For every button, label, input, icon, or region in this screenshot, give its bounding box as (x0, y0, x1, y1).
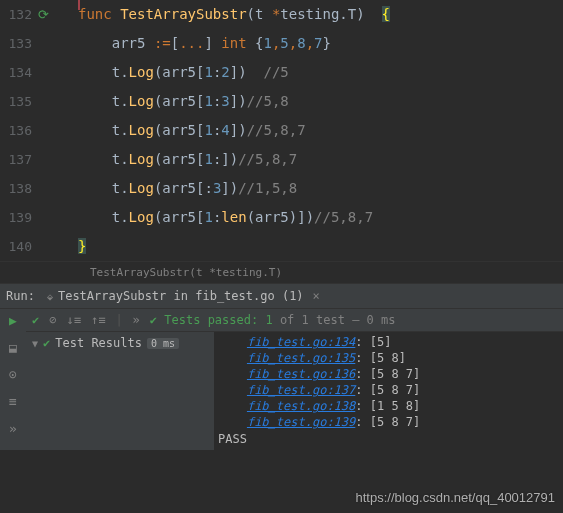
line-number[interactable]: 136 (0, 116, 38, 145)
line-number[interactable]: 132 (0, 0, 38, 29)
file-link[interactable]: fib_test.go:139 (247, 415, 355, 429)
line-number[interactable]: 133 (0, 29, 38, 58)
code-content[interactable]: t.Log(arr5[1:])//5,8,7 (78, 145, 563, 174)
output-line: fib_test.go:136: [5 8 7] (214, 366, 563, 382)
output-line: fib_test.go:137: [5 8 7] (214, 382, 563, 398)
run-tab[interactable]: ⬙ TestArraySubstr in fib_test.go (1) × (41, 287, 326, 305)
tree-time-badge: 0 ms (147, 338, 179, 349)
show-ignored-icon[interactable]: ⊘ (49, 313, 56, 327)
code-line[interactable]: 133 arr5 :=[...] int {1,5,8,7} (0, 29, 563, 58)
code-content[interactable]: } (78, 232, 563, 261)
code-line[interactable]: 139 t.Log(arr5[1:len(arr5)])//5,8,7 (0, 203, 563, 232)
separator: | (115, 313, 122, 327)
chevron-down-icon[interactable]: ▼ (32, 338, 38, 349)
code-editor[interactable]: 132⟳func TestArraySubstr(t *testing.T) {… (0, 0, 563, 261)
code-content[interactable]: t.Log(arr5[:3])//1,5,8 (78, 174, 563, 203)
run-content: ✔ ⊘ ↓≡ ↑≡ | » ✔ Tests passed: 1 of 1 tes… (26, 309, 563, 450)
run-header: Run: ⬙ TestArraySubstr in fib_test.go (1… (0, 284, 563, 309)
line-number[interactable]: 138 (0, 174, 38, 203)
breadcrumb[interactable]: TestArraySubstr(t *testing.T) (0, 261, 563, 283)
more-icon[interactable]: ≡ (9, 394, 17, 409)
pin-icon[interactable]: ⊙ (9, 367, 17, 382)
show-passed-icon[interactable]: ✔ (32, 313, 39, 327)
code-content[interactable]: arr5 :=[...] int {1,5,8,7} (78, 29, 563, 58)
output-line: fib_test.go:134: [5] (214, 334, 563, 350)
test-toolbar: ✔ ⊘ ↓≡ ↑≡ | » ✔ Tests passed: 1 of 1 tes… (26, 309, 563, 332)
code-content[interactable]: func TestArraySubstr(t *testing.T) { (78, 0, 563, 29)
test-tree[interactable]: ▼ ✔ Test Results 0 ms (26, 332, 214, 450)
file-link[interactable]: fib_test.go:137 (247, 383, 355, 397)
code-line[interactable]: 135 t.Log(arr5[1:3])//5,8 (0, 87, 563, 116)
file-link[interactable]: fib_test.go:136 (247, 367, 355, 381)
pass-label: PASS (214, 430, 563, 448)
run-body: ▶ ⬓ ⊙ ≡ » ✔ ⊘ ↓≡ ↑≡ | » ✔ Tests passed: … (0, 309, 563, 450)
output-line: fib_test.go:135: [5 8] (214, 350, 563, 366)
tests-passed-label: ✔ Tests passed: 1 of 1 test – 0 ms (150, 313, 396, 327)
code-line[interactable]: 140} (0, 232, 563, 261)
expand-icon[interactable]: » (9, 421, 17, 436)
run-panel: Run: ⬙ TestArraySubstr in fib_test.go (1… (0, 283, 563, 450)
line-number[interactable]: 137 (0, 145, 38, 174)
code-line[interactable]: 138 t.Log(arr5[:3])//1,5,8 (0, 174, 563, 203)
results-row: ▼ ✔ Test Results 0 ms fib_test.go:134: [… (26, 332, 563, 450)
code-content[interactable]: t.Log(arr5[1:len(arr5)])//5,8,7 (78, 203, 563, 232)
test-output[interactable]: fib_test.go:134: [5] fib_test.go:135: [5… (214, 332, 563, 450)
collapse-icon[interactable]: ↑≡ (91, 313, 105, 327)
run-label: Run: (6, 289, 35, 303)
code-content[interactable]: t.Log(arr5[1:4])//5,8,7 (78, 116, 563, 145)
line-number[interactable]: 140 (0, 232, 38, 261)
output-line: fib_test.go:138: [1 5 8] (214, 398, 563, 414)
run-toolbar-vertical: ▶ ⬓ ⊙ ≡ » (0, 309, 26, 450)
run-test-icon[interactable]: ⟳ (38, 0, 49, 29)
run-tab-label: TestArraySubstr in fib_test.go (1) (58, 289, 304, 303)
rerun-icon[interactable]: ▶ (9, 313, 17, 328)
line-number[interactable]: 139 (0, 203, 38, 232)
code-line[interactable]: 137 t.Log(arr5[1:])//5,8,7 (0, 145, 563, 174)
test-tree-root[interactable]: ▼ ✔ Test Results 0 ms (32, 336, 208, 350)
code-line[interactable]: 134 t.Log(arr5[1:2]) //5 (0, 58, 563, 87)
code-content[interactable]: t.Log(arr5[1:3])//5,8 (78, 87, 563, 116)
watermark: https://blog.csdn.net/qq_40012791 (356, 490, 556, 505)
test-config-icon: ⬙ (47, 291, 53, 302)
code-content[interactable]: t.Log(arr5[1:2]) //5 (78, 58, 563, 87)
file-link[interactable]: fib_test.go:134 (247, 335, 355, 349)
modified-indicator (78, 0, 80, 10)
gutter: ⟳ (38, 0, 78, 29)
expand-toolbar-icon[interactable]: » (133, 313, 140, 327)
code-line[interactable]: 136 t.Log(arr5[1:4])//5,8,7 (0, 116, 563, 145)
sort-icon[interactable]: ↓≡ (66, 313, 80, 327)
output-line: fib_test.go:139: [5 8 7] (214, 414, 563, 430)
line-number[interactable]: 134 (0, 58, 38, 87)
stop-icon[interactable]: ⬓ (9, 340, 17, 355)
line-number[interactable]: 135 (0, 87, 38, 116)
file-link[interactable]: fib_test.go:135 (247, 351, 355, 365)
check-icon: ✔ (43, 336, 50, 350)
tree-label: Test Results (55, 336, 142, 350)
file-link[interactable]: fib_test.go:138 (247, 399, 355, 413)
code-line[interactable]: 132⟳func TestArraySubstr(t *testing.T) { (0, 0, 563, 29)
close-icon[interactable]: × (313, 289, 320, 303)
